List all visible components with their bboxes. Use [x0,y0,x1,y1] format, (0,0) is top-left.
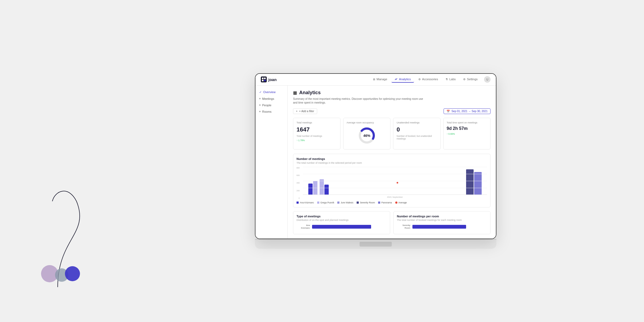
legend-dot-serenity [357,202,359,204]
rooms-dot-icon [259,111,261,112]
total-meetings-change: ↑ 1.78% [297,139,337,142]
legend-dot-grega [317,202,319,204]
page-title-icon: ▦ [293,90,297,95]
svg-point-2 [65,266,80,281]
legend-grega: Grega Pusnik [317,201,334,204]
app-chrome: joan ⊞ Manage [255,74,496,239]
people-dot-icon [259,104,261,106]
nav-tab-accessories[interactable]: ⚙ Accessories [415,76,441,82]
type-meetings-bar [312,225,371,229]
calendar-icon: 📅 [447,110,450,113]
laptop-body: joan ⊞ Manage [255,73,496,239]
avatar[interactable]: U [484,76,491,83]
svg-rect-3 [261,76,267,82]
sidebar: ✓ Overview Meetings People [255,86,288,239]
scene: joan ⊞ Manage [0,0,644,322]
decorative-curve [42,185,111,287]
unattended-value: 0 [397,126,437,133]
sidebar-item-people[interactable]: People [255,102,287,108]
laptop-container: joan ⊞ Manage [255,73,496,249]
per-room-sub: The total number of booked meetings for … [397,219,487,221]
laptop-base [255,239,496,249]
top-nav: joan ⊞ Manage [255,74,496,86]
date-range-button[interactable]: 📅 Sep 01, 2021 → Sep 30, 2021 [444,108,491,114]
main-layout: ✓ Overview Meetings People [255,86,496,239]
type-meetings-title: Type of meetings [297,215,387,218]
svg-rect-5 [264,78,266,79]
settings-icon: ⚙ [463,78,466,81]
per-room-title: Number of meetings per room [397,215,487,218]
nav-tab-labs[interactable]: ⚗ Labs [442,76,459,82]
average-dot [397,182,398,184]
unattended-sub: Number of booked, but unattended meeting… [397,135,437,140]
joan-logo-icon [261,76,267,82]
labs-icon: ⚗ [445,78,448,81]
meetings-chart-title: Number of meetings [297,157,487,160]
unattended-label: Unattended meetings [397,121,437,124]
number-of-meetings-chart: Number of meetings The total number of m… [293,154,491,207]
legend-dot-ana [297,202,299,204]
sidebar-item-meetings[interactable]: Meetings [255,96,287,102]
legend-dot-average [395,202,397,204]
total-meetings-label: Total meetings [297,121,337,124]
per-room-row-label: SerenityRoom [397,224,410,229]
metrics-grid: Total meetings 1647 Total number of meet… [293,118,491,149]
y-axis-labels: 800 600 400 200 0 [297,167,301,199]
nav-tab-settings[interactable]: ⚙ Settings [460,76,481,82]
nav-tabs: ⊞ Manage Analytics [370,76,481,83]
laptop-screen: joan ⊞ Manage [255,74,496,239]
nav-tab-analytics[interactable]: Analytics [391,76,414,83]
meetings-per-room-card: Number of meetings per room The total nu… [393,211,491,234]
metric-card-time-spent: Total time spent on meetings 9d 2h 57m ↑… [443,118,491,149]
accessories-icon: ⚙ [418,78,421,81]
logo: joan [261,76,277,82]
legend-dot-jure [337,202,339,204]
manage-icon: ⊞ [373,78,375,81]
legend-jure: Jure Malesic [337,201,353,204]
donut-svg: 46% [357,126,376,145]
metric-card-unattended: Unattended meetings 0 Number of booked, … [393,118,441,149]
metric-card-avg-occupancy: Average room occupancy 46% [343,118,391,149]
page-title: Analytics [299,90,321,96]
nav-tab-manage[interactable]: ⊞ Manage [370,76,390,82]
meetings-dot-icon [259,98,261,99]
plus-icon: + [296,110,298,113]
type-meetings-sub: Distribution of on-the-spot and planned … [297,219,387,221]
legend-serenity: Serenity Room [357,201,375,204]
per-room-bar [412,225,466,229]
chart-plot-area: 2021 September [303,167,487,199]
chart-legend: Ana Krizmanc Grega Pusnik Jure Malesic [297,201,487,204]
type-meetings-row: AnaKrizmanc [297,224,387,229]
page-header: ▦ Analytics [293,90,491,96]
content-area: ▦ Analytics Summary of the most importan… [288,86,496,239]
svg-rect-6 [262,80,264,81]
type-of-meetings-card: Type of meetings Distribution of on-the-… [293,211,390,234]
time-spent-label: Total time spent on meetings [447,121,487,124]
x-axis-label: 2021 September [303,196,487,198]
grid-lines [303,167,487,195]
time-spent-value: 9d 2h 57m [447,126,487,131]
svg-rect-7 [264,80,266,81]
sidebar-item-overview[interactable]: ✓ Overview [255,89,287,96]
chart-body: 800 600 400 200 0 [297,167,487,199]
page-subtitle: Summary of the most important meeting me… [293,97,427,105]
laptop-trackpad [360,242,392,247]
time-spent-change: ↑ 0.66% [447,133,487,135]
svg-rect-4 [262,78,264,79]
metric-card-total-meetings: Total meetings 1647 Total number of meet… [293,118,341,149]
sidebar-item-rooms[interactable]: Rooms [255,108,287,115]
total-meetings-value: 1647 [297,126,337,133]
legend-dot-panorama [378,202,380,204]
filter-row: + + Add a filter 📅 Sep 01, 2021 → Sep 30… [293,108,491,114]
meetings-chart-subtitle: The total number of meetings in the sele… [297,162,487,164]
svg-text:46%: 46% [363,134,370,138]
avg-occupancy-label: Average room occupancy [347,121,387,124]
bottom-grid: Type of meetings Distribution of on-the-… [293,211,491,234]
donut-chart: 46% [347,126,387,145]
add-filter-button[interactable]: + + Add a filter [293,108,317,114]
legend-panorama: Panorama [378,201,392,204]
analytics-icon [395,78,398,81]
type-meetings-row-label: AnaKrizmanc [297,224,310,229]
per-room-row: SerenityRoom [397,224,487,229]
legend-average: Average [395,201,407,204]
